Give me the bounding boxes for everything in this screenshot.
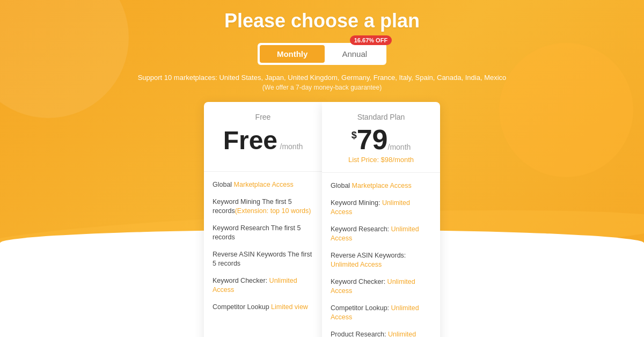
money-back-text: (We offer a 7-day money-back guarantee) bbox=[262, 84, 382, 91]
free-feature-1: Global Marketplace Access bbox=[213, 180, 313, 190]
standard-list-price: List Price: $98/month bbox=[331, 156, 431, 164]
page-title: Please choose a plan bbox=[224, 10, 420, 32]
standard-price-number: 79 bbox=[357, 126, 388, 153]
free-price-suffix: /month bbox=[280, 142, 303, 151]
free-feature-6: Competitor Lookup Limited view bbox=[213, 303, 313, 312]
free-feature-3: Keyword Research The first 5 records bbox=[213, 224, 313, 243]
background: Please choose a plan Monthly Annual 16.6… bbox=[0, 0, 644, 337]
free-plan-header: Free Free /month bbox=[204, 102, 322, 172]
standard-plan-name: Standard Plan bbox=[331, 113, 431, 121]
marketplace-support-text: Support 10 marketplaces: United States, … bbox=[138, 74, 507, 82]
standard-feature-2: Keyword Mining: Unlimited Access bbox=[331, 199, 431, 217]
billing-toggle: Monthly Annual 16.67% OFF bbox=[258, 43, 386, 65]
standard-feature-1: Global Marketplace Access bbox=[331, 181, 431, 191]
standard-plan-price: $ 79 /month bbox=[331, 126, 431, 153]
standard-feature-5: Keyword Checker: Unlimited Access bbox=[331, 277, 431, 296]
standard-plan-card: Standard Plan $ 79 /month List Price: $9… bbox=[322, 102, 440, 337]
standard-feature-6: Competitor Lookup: Unlimited Access bbox=[331, 304, 431, 323]
annual-toggle-btn[interactable]: Annual bbox=[325, 45, 384, 63]
free-feature-2: Keyword Mining The first 5 records(Exten… bbox=[213, 197, 313, 216]
main-content: Please choose a plan Monthly Annual 16.6… bbox=[0, 0, 644, 337]
free-plan-card: Free Free /month Global Marketplace Acce… bbox=[204, 102, 322, 337]
standard-feature-4: Reverse ASIN Keywords: Unlimited Access bbox=[331, 251, 431, 270]
plans-container: Free Free /month Global Marketplace Acce… bbox=[204, 102, 440, 337]
free-feature-4: Reverse ASIN Keywords The first 5 record… bbox=[213, 250, 313, 269]
standard-plan-header: Standard Plan $ 79 /month List Price: $9… bbox=[322, 102, 440, 173]
standard-plan-features: Global Marketplace Access Keyword Mining… bbox=[322, 173, 440, 337]
free-price-label: Free bbox=[223, 126, 277, 155]
standard-price-dollar: $ bbox=[352, 130, 357, 141]
free-plan-features: Global Marketplace Access Keyword Mining… bbox=[204, 172, 322, 328]
free-feature-5: Keyword Checker: Unlimited Access bbox=[213, 276, 313, 295]
standard-price-suffix: /month bbox=[388, 143, 411, 151]
standard-feature-7: Product Research: Unlimited bbox=[331, 330, 431, 338]
free-plan-name: Free bbox=[213, 113, 313, 121]
monthly-toggle-btn[interactable]: Monthly bbox=[260, 45, 325, 63]
discount-badge: 16.67% OFF bbox=[350, 35, 392, 45]
free-plan-price: Free /month bbox=[213, 126, 313, 155]
standard-feature-3: Keyword Research: Unlimited Access bbox=[331, 225, 431, 244]
